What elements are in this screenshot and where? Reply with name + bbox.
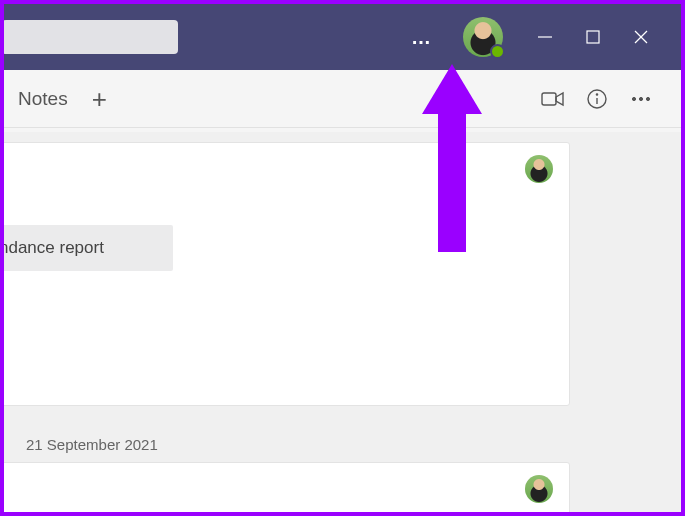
minimize-button[interactable] — [521, 14, 569, 60]
attachment-chip[interactable]: ndance report — [4, 225, 173, 271]
search-input[interactable] — [2, 20, 178, 54]
more-options-button[interactable] — [619, 87, 663, 111]
add-tab-button[interactable]: + — [82, 86, 117, 112]
maximize-button[interactable] — [569, 14, 617, 60]
presence-badge — [490, 44, 505, 59]
title-bar: … — [4, 4, 681, 70]
svg-rect-4 — [542, 93, 556, 105]
tab-notes[interactable]: Notes — [4, 88, 82, 110]
meet-button[interactable] — [531, 86, 575, 112]
svg-rect-1 — [587, 31, 599, 43]
message-card[interactable]: ndance report — [4, 142, 570, 406]
info-button[interactable] — [575, 87, 619, 111]
avatar-icon — [525, 155, 553, 183]
conversation-area: ndance report 21 September 2021 — [4, 132, 681, 512]
profile-avatar-button[interactable] — [463, 17, 503, 57]
date-separator: 21 September 2021 — [4, 422, 681, 463]
message-card[interactable] — [4, 462, 570, 512]
svg-point-10 — [646, 97, 649, 100]
attachment-label: ndance report — [4, 238, 104, 258]
svg-point-8 — [632, 97, 635, 100]
svg-point-7 — [596, 93, 597, 94]
avatar-icon — [525, 475, 553, 503]
settings-more-button[interactable]: … — [397, 27, 445, 47]
svg-point-9 — [639, 97, 642, 100]
tab-bar: Notes + — [4, 70, 681, 128]
close-button[interactable] — [617, 14, 665, 60]
